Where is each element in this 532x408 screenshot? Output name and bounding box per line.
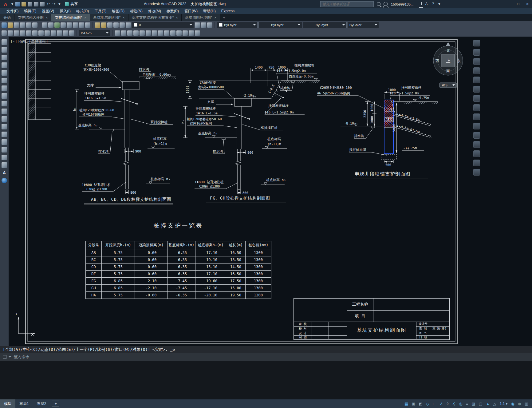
- array-icon[interactable]: [176, 30, 182, 36]
- arc-icon[interactable]: [2, 78, 7, 83]
- grid-icon[interactable]: ▦: [404, 402, 408, 406]
- ellipse-icon[interactable]: [2, 109, 7, 114]
- annotation-scale-button[interactable]: 1:1 ▾: [500, 402, 508, 406]
- menu-view[interactable]: 视图(V): [39, 9, 57, 14]
- isodraft-icon[interactable]: ◊: [447, 402, 448, 406]
- open-icon[interactable]: [8, 22, 13, 28]
- dim-arc-length-icon[interactable]: [14, 30, 19, 36]
- notifications-icon[interactable]: A: [425, 2, 428, 6]
- fillet-icon[interactable]: [164, 30, 169, 36]
- minimize-button[interactable]: ─: [504, 0, 514, 8]
- command-input[interactable]: 键入命令: [0, 353, 532, 361]
- tab-doc-4[interactable]: 基坑周围环境图* ×: [182, 14, 220, 21]
- visual-styles-icon[interactable]: [473, 123, 480, 129]
- copy-object-icon[interactable]: [121, 30, 126, 36]
- layer-lock-icon[interactable]: [120, 22, 125, 28]
- tab-close-icon[interactable]: ×: [214, 16, 216, 19]
- qat-undo-icon[interactable]: ↶: [46, 2, 50, 6]
- osnap-icon[interactable]: ◎: [459, 402, 462, 406]
- tolerance-icon[interactable]: [69, 30, 74, 36]
- previous-layer-icon[interactable]: [207, 22, 212, 28]
- model-tab[interactable]: 模型: [0, 399, 15, 408]
- menu-insert[interactable]: 插入(I): [57, 9, 73, 14]
- tab-close-icon[interactable]: ×: [123, 16, 124, 19]
- annotation-visibility-icon[interactable]: ▲: [486, 402, 490, 406]
- new-tab-button[interactable]: +: [220, 14, 228, 21]
- qat-new-icon[interactable]: [15, 2, 20, 6]
- circle-icon[interactable]: [2, 85, 7, 91]
- compass-south[interactable]: 南: [446, 69, 450, 73]
- menu-modify[interactable]: 修改(M): [145, 9, 164, 14]
- full-navigation-wheel-icon[interactable]: [473, 141, 480, 148]
- search-icon[interactable]: [377, 2, 380, 6]
- view-cube[interactable]: 北 西 东 南 上 WCS: [433, 42, 463, 88]
- insert-block-icon[interactable]: [2, 116, 7, 122]
- construction-line-icon[interactable]: [2, 47, 7, 53]
- zoom-icon[interactable]: [85, 22, 90, 28]
- menu-express[interactable]: Express: [219, 9, 237, 13]
- qat-redo-icon[interactable]: ↷: [52, 2, 56, 6]
- maximize-button[interactable]: □: [514, 0, 523, 8]
- dim-diameter-icon[interactable]: [32, 30, 37, 36]
- cut-icon[interactable]: [42, 22, 47, 28]
- qat-customize-caret-icon[interactable]: ▾: [58, 2, 61, 6]
- cart-icon[interactable]: [417, 2, 422, 5]
- wcs-selector[interactable]: WCS: [442, 84, 447, 87]
- tab-doc-0[interactable]: 支护结构大样图 ×: [14, 14, 51, 21]
- workspace-icon[interactable]: ◉: [511, 402, 514, 406]
- leader-icon[interactable]: [63, 30, 68, 36]
- layer-isolate-icon[interactable]: [107, 22, 112, 28]
- infer-constraints-icon[interactable]: ◩: [419, 402, 423, 406]
- layer-combo[interactable]: 0: [132, 22, 194, 28]
- navigation-bar-icon[interactable]: [473, 132, 480, 139]
- dimstyle-combo[interactable]: ISO-25: [79, 30, 110, 36]
- autocad-logo-icon[interactable]: A: [2, 1, 9, 7]
- groups-icon[interactable]: [473, 67, 480, 74]
- offset-icon[interactable]: [195, 30, 200, 36]
- continue-dim-icon[interactable]: [57, 30, 62, 36]
- compass-east[interactable]: 东: [457, 59, 461, 63]
- menu-tools[interactable]: 工具(T): [92, 9, 109, 14]
- selection-cycling-icon[interactable]: ▢: [479, 402, 483, 406]
- recent-commands-icon[interactable]: [9, 356, 11, 358]
- help-icon[interactable]: ?: [432, 2, 435, 6]
- undo-icon[interactable]: [67, 22, 72, 28]
- plotstyle-combo[interactable]: ByColor: [348, 22, 379, 28]
- chamfer-icon[interactable]: [170, 30, 175, 36]
- line-icon[interactable]: [2, 39, 7, 45]
- menu-file[interactable]: 文件(F): [4, 9, 21, 14]
- markup-icon[interactable]: [473, 104, 480, 111]
- tab-close-icon[interactable]: ×: [176, 16, 178, 19]
- compass-west[interactable]: 西: [435, 59, 439, 63]
- scale-icon[interactable]: [146, 30, 151, 36]
- mirror-icon[interactable]: [140, 30, 145, 36]
- pan-tool-icon[interactable]: [473, 160, 480, 166]
- osnap-tracking-icon[interactable]: ∡: [452, 402, 456, 406]
- tab-doc-1-active[interactable]: 支护结构剖面图* ×: [51, 14, 90, 21]
- command-customize-icon[interactable]: [3, 355, 6, 359]
- isolate-objects-icon[interactable]: ⊕: [518, 402, 521, 406]
- dim-radius-icon[interactable]: [26, 30, 31, 36]
- hatch-icon[interactable]: [2, 139, 7, 145]
- qat-plot-icon[interactable]: [40, 2, 45, 6]
- region-icon[interactable]: [2, 155, 7, 160]
- baseline-dim-icon[interactable]: [51, 30, 56, 36]
- qat-open-icon[interactable]: [22, 2, 26, 6]
- tab-close-icon[interactable]: ×: [84, 16, 86, 19]
- revision-cloud-icon[interactable]: [2, 93, 7, 99]
- save-icon[interactable]: [14, 22, 19, 28]
- app-menu-caret-icon[interactable]: ▾: [11, 2, 14, 6]
- username[interactable]: 1505999135...: [391, 2, 414, 6]
- linetype-combo[interactable]: ByLayer: [258, 22, 302, 28]
- search-input[interactable]: [320, 1, 374, 7]
- point-style-icon[interactable]: [2, 178, 7, 183]
- layout1-tab[interactable]: 布局1: [15, 399, 33, 408]
- user-avatar-icon[interactable]: [384, 2, 388, 6]
- plot-preview-icon[interactable]: [26, 22, 31, 28]
- transparency-icon[interactable]: ▨: [471, 402, 475, 406]
- paste-icon[interactable]: [54, 22, 60, 28]
- make-current-layer-icon[interactable]: [195, 22, 200, 28]
- polyline-icon[interactable]: [2, 55, 7, 60]
- gradient-icon[interactable]: [2, 147, 7, 153]
- point-icon[interactable]: [2, 132, 7, 137]
